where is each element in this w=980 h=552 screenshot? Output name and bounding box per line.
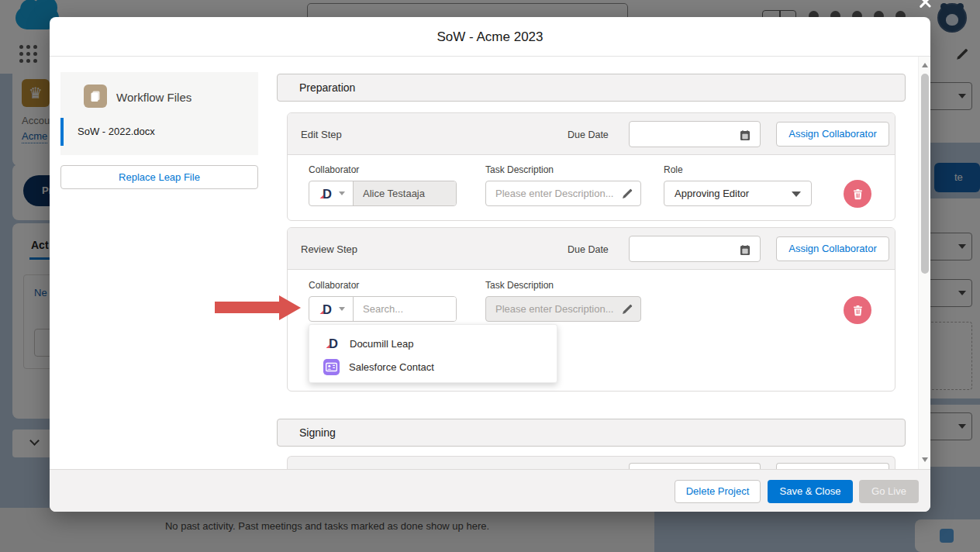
save-close-button[interactable]: Save & Close xyxy=(768,480,853,503)
screen: ♛ Accou Acme Pr Act Ne No past activity.… xyxy=(0,0,980,552)
review-step-header: Review Step Due Date Assign Collaborator xyxy=(288,228,895,270)
step-title: Review Step xyxy=(301,243,357,255)
assign-collaborator-button[interactable] xyxy=(776,463,889,469)
collaborator-value-input[interactable] xyxy=(354,181,456,205)
workflow-files-panel: Workflow Files SoW - 2022.docx xyxy=(60,72,258,155)
collaborator-source-dropdown-menu: D Documill Leap Salesforce Contact xyxy=(309,324,557,383)
task-description-label: Task Description xyxy=(485,280,554,291)
collaborator-search-input[interactable] xyxy=(354,297,456,321)
collaborator-combo: D xyxy=(309,181,457,206)
task-description-input[interactable] xyxy=(485,296,641,322)
trash-icon xyxy=(852,305,864,316)
assign-collaborator-button[interactable]: Assign Collaborator xyxy=(776,122,889,147)
annotation-arrow-head xyxy=(279,295,301,320)
scroll-down-icon[interactable] xyxy=(922,457,928,462)
option-label: Salesforce Contact xyxy=(349,361,434,373)
delete-step-button[interactable] xyxy=(844,180,871,208)
documill-logo: D xyxy=(317,185,334,202)
calendar-icon xyxy=(740,129,751,140)
pencil-icon[interactable] xyxy=(622,188,633,199)
svg-text:D: D xyxy=(329,336,338,350)
file-list-item[interactable]: SoW - 2022.docx xyxy=(60,118,258,146)
delete-project-button[interactable]: Delete Project xyxy=(675,480,761,503)
task-description-label: Task Description xyxy=(485,164,554,175)
workflow-modal: SoW - Acme 2023 Workflow Files SoW - 202… xyxy=(50,17,930,512)
calendar-icon xyxy=(740,244,751,255)
due-date-label: Due Date xyxy=(568,129,609,140)
pencil-icon[interactable] xyxy=(622,304,633,315)
close-icon[interactable] xyxy=(916,0,933,10)
review-step-panel: Review Step Due Date Assign Collaborator… xyxy=(287,227,895,392)
trash-icon xyxy=(852,188,864,200)
workflow-files-icon xyxy=(84,85,107,108)
task-description-field[interactable] xyxy=(486,302,619,316)
annotation-arrow xyxy=(215,302,280,313)
edit-step-header: Edit Step Due Date Assign Collaborator xyxy=(288,113,895,155)
go-live-button[interactable]: Go Live xyxy=(859,480,919,503)
chevron-down-icon xyxy=(339,191,345,195)
documill-logo: D xyxy=(317,301,334,318)
collaborator-label: Collaborator xyxy=(309,164,359,175)
delete-step-button[interactable] xyxy=(844,296,871,324)
selected-file-indicator xyxy=(60,118,64,146)
task-description-input[interactable] xyxy=(485,181,641,206)
task-description-field[interactable] xyxy=(486,187,619,200)
section-signing: Signing xyxy=(277,419,906,447)
scroll-up-icon[interactable] xyxy=(922,63,928,67)
chevron-down-icon xyxy=(792,191,801,197)
role-label: Role xyxy=(664,164,683,175)
file-name: SoW - 2022.docx xyxy=(78,126,155,137)
assign-collaborator-button[interactable]: Assign Collaborator xyxy=(776,236,889,261)
step-title: Edit Step xyxy=(301,129,342,140)
svg-text:D: D xyxy=(323,187,332,201)
documill-logo: D xyxy=(323,335,340,352)
scrollbar-thumb[interactable] xyxy=(921,74,929,274)
due-date-input[interactable] xyxy=(629,463,761,469)
modal-title: SoW - Acme 2023 xyxy=(50,17,930,57)
dropdown-option-documill-leap[interactable]: D Documill Leap xyxy=(309,331,558,356)
signing-step-panel-partial xyxy=(287,456,895,469)
option-label: Documill Leap xyxy=(350,338,413,350)
modal-footer: Delete Project Save & Close Go Live xyxy=(50,469,930,512)
salesforce-contact-icon xyxy=(323,359,340,375)
chevron-down-icon xyxy=(339,307,345,311)
files-panel-title: Workflow Files xyxy=(116,91,192,104)
collaborator-combo: D xyxy=(309,296,457,322)
dropdown-option-salesforce-contact[interactable]: Salesforce Contact xyxy=(309,354,558,379)
svg-text:D: D xyxy=(323,302,332,316)
collaborator-label: Collaborator xyxy=(309,280,359,291)
section-preparation: Preparation xyxy=(277,74,906,102)
role-select[interactable]: Approving Editor xyxy=(664,181,812,206)
due-date-input[interactable] xyxy=(629,121,761,147)
due-date-label: Due Date xyxy=(568,244,609,255)
due-date-input[interactable] xyxy=(629,236,761,262)
replace-leap-file-button[interactable]: Replace Leap File xyxy=(60,165,258,189)
edit-step-panel: Edit Step Due Date Assign Collaborator C… xyxy=(287,112,895,221)
collaborator-source-dropdown-button[interactable]: D xyxy=(309,181,354,205)
modal-scrollbar xyxy=(918,57,930,469)
collaborator-source-dropdown-button[interactable]: D xyxy=(309,297,354,321)
